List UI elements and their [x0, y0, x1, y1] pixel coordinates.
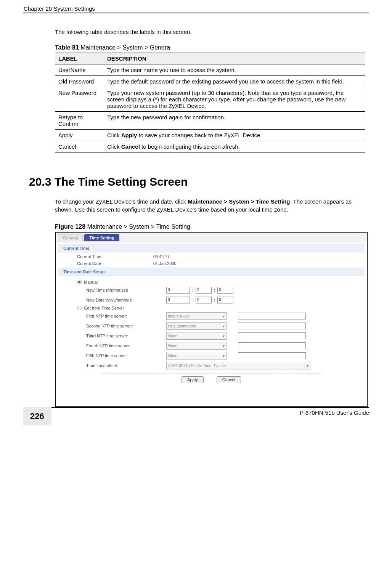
new-date-yyyy-input[interactable]: 0 [166, 297, 190, 303]
row-timezone: Time zone offset: (GMT-08:00) Pacific Ti… [77, 361, 367, 371]
ntp2-select[interactable]: ntp1.tummy.com▾ [166, 322, 227, 330]
new-time-hh-input[interactable]: 0 [166, 287, 190, 294]
row-new-time: New Time (hh:mm:ss): 0 : 0 : 0 [77, 285, 367, 295]
new-time-label: New Time (hh:mm:ss): [86, 288, 166, 292]
ntp5-select[interactable]: None▾ [166, 352, 227, 360]
ntp4-select[interactable]: None▾ [166, 342, 227, 350]
tab-time-setting[interactable]: Time Setting [84, 234, 119, 241]
cancel-button[interactable]: Cancel [217, 376, 241, 383]
cell-desc: Type your new system password (up to 30 … [104, 87, 365, 112]
button-row: Apply Cancel [56, 376, 367, 385]
chevron-down-icon: ▾ [221, 314, 225, 318]
row-ntp2: Second NTP time server: ntp1.tummy.com▾ [77, 321, 367, 331]
cell-desc: Click Cancel to begin configuring this s… [104, 141, 365, 152]
current-date-label: Current Date [77, 261, 153, 266]
table-row: Cancel Click Cancel to begin configuring… [55, 141, 365, 152]
row-ntp1: First NTP time server: time.nist.gov▾ [77, 311, 367, 321]
cell-label: Old Password [55, 76, 104, 87]
row-current-time: Current Time 00:44:17 [77, 253, 367, 260]
table-row: New Password Type your new system passwo… [55, 87, 365, 112]
figure128-caption: Figure 128 Maintenance > System > Time S… [55, 223, 365, 230]
table81-caption-rest: Maintenance > System > Genera [79, 44, 170, 51]
colon-icon: : [190, 298, 196, 302]
colon-icon: : [212, 288, 217, 292]
chevron-down-icon: ▾ [221, 324, 225, 328]
cell-label: Apply [55, 130, 104, 141]
radio-get-from-server[interactable]: Get from Time Server [77, 305, 367, 311]
ntp1-label: First NTP time server: [86, 314, 166, 318]
row-new-date: New Date (yyyy/mm/dd): 0 : 0 : 0 [77, 295, 367, 305]
table81-caption: Table 81 Maintenance > System > Genera [55, 44, 365, 51]
band-time-date-setup: Time and Date Setup [58, 268, 365, 276]
ntp1-custom-input[interactable] [238, 313, 306, 319]
tab-bar: General Time Setting [56, 233, 367, 243]
cell-desc: Type the user name you use to access the… [104, 64, 365, 76]
colon-icon: : [190, 288, 196, 292]
page-number: 226 [23, 407, 51, 425]
table81-caption-bold: Table 81 [55, 44, 79, 51]
table81-head-label: LABEL [55, 53, 104, 64]
chevron-down-icon: ▾ [221, 334, 225, 338]
ntp1-select[interactable]: time.nist.gov▾ [166, 312, 227, 320]
table81: LABEL DESCRIPTION UserName Type the user… [55, 53, 365, 152]
table-row: Apply Click Apply to save your changes b… [55, 130, 365, 141]
table-row: Old Password Type the default password o… [55, 76, 365, 87]
ntp5-custom-input[interactable] [238, 352, 306, 359]
new-time-mm-input[interactable]: 0 [196, 287, 212, 294]
radio-icon [77, 306, 82, 310]
chevron-down-icon: ▾ [221, 354, 225, 358]
cell-desc: Type the default password or the existin… [104, 76, 365, 87]
cell-desc: Click Apply to save your changes back to… [104, 130, 365, 141]
colon-icon: : [212, 298, 217, 302]
chevron-down-icon: ▾ [305, 364, 308, 368]
timezone-label: Time zone offset: [86, 363, 166, 368]
current-time-value: 00:44:17 [153, 254, 170, 259]
ntp5-label: Fifth NTP time server: [86, 353, 166, 358]
radio-server-label: Get from Time Server [84, 306, 124, 310]
chevron-down-icon: ▾ [221, 344, 225, 348]
ntp2-custom-input[interactable] [238, 323, 306, 329]
table-row: Retype to Confirm Type the new password … [55, 112, 365, 130]
figure128: General Time Setting Current Time Curren… [55, 232, 368, 407]
cell-label: New Password [55, 87, 104, 112]
row-ntp3: Third NTP time server: None▾ [77, 331, 367, 341]
current-time-label: Current Time [77, 254, 153, 259]
radio-manual[interactable]: Manual [77, 279, 367, 285]
cell-label: Cancel [55, 141, 104, 152]
figure128-caption-bold: Figure 128 [55, 223, 85, 230]
figure128-caption-rest: Maintenance > System > Time Setting [85, 223, 190, 230]
band-current-time: Current Time [58, 244, 365, 252]
current-date-value: 01 Jan 2000 [153, 261, 177, 266]
ntp3-select[interactable]: None▾ [166, 332, 227, 340]
cell-label: Retype to Confirm [55, 112, 104, 130]
table-row: UserName Type the user name you use to a… [55, 64, 365, 76]
cell-label: UserName [55, 64, 104, 76]
guide-name: P-870HN-51b User's Guide [51, 407, 369, 416]
row-ntp4: Fourth NTP time server: None▾ [77, 341, 367, 351]
new-date-dd-input[interactable]: 0 [217, 297, 233, 303]
section-para: To change your ZyXEL Device's time and d… [55, 197, 365, 213]
chapter-header: Chapter 20 System Settings [24, 5, 95, 12]
ntp3-label: Third NTP time server: [86, 334, 166, 338]
section-heading: 20.3 The Time Setting Screen [29, 175, 365, 188]
divider [101, 374, 321, 374]
new-date-mm-input[interactable]: 0 [196, 297, 212, 303]
ntp4-label: Fourth NTP time server: [86, 343, 166, 348]
row-current-date: Current Date 01 Jan 2000 [77, 260, 367, 267]
timezone-select[interactable]: (GMT-08:00) Pacific Time, Tijuana▾ [166, 362, 310, 369]
ntp4-custom-input[interactable] [238, 342, 306, 349]
table81-head-desc: DESCRIPTION [104, 53, 365, 64]
row-ntp5: Fifth NTP time server: None▾ [77, 351, 367, 361]
radio-icon [77, 280, 82, 284]
intro-text: The following table describes the labels… [55, 29, 365, 35]
apply-button[interactable]: Apply [182, 376, 204, 383]
ntp3-custom-input[interactable] [238, 332, 306, 339]
new-time-ss-input[interactable]: 0 [217, 287, 233, 294]
cell-desc: Type the new password again for confirma… [104, 112, 365, 130]
radio-manual-label: Manual [84, 280, 98, 284]
tab-general[interactable]: General [58, 234, 83, 241]
new-date-label: New Date (yyyy/mm/dd): [86, 298, 166, 302]
ntp2-label: Second NTP time server: [86, 324, 166, 328]
